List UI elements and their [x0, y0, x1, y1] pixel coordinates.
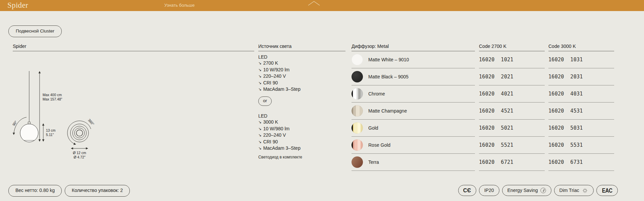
diameter-in-label: Ø 4.72": [73, 155, 86, 159]
spec-bullet-icon: ↘: [258, 140, 262, 144]
spec-bullet-icon: ↘: [258, 133, 262, 137]
code-cell: 16020 6731: [548, 154, 614, 171]
rotation-side-label: 90°: [11, 120, 18, 127]
dim-triac-label: Dim Triac: [559, 185, 579, 196]
diffuser-row: Matte Black – 9005: [352, 68, 475, 85]
swatch-matte-white: [352, 54, 363, 65]
spec-item: ↘10 W/980 lm: [258, 126, 345, 132]
spec-item: ↘10 W/920 lm: [258, 67, 345, 73]
swatch-chrome: [352, 88, 363, 99]
diffuser-name: Gold: [368, 125, 378, 131]
light-source-heading: Источник света: [258, 44, 291, 49]
diffuser-heading: Диффузор: Metal: [352, 44, 389, 49]
max-height-cm-label: Max 400 cm: [43, 93, 62, 97]
code-3000-heading: Code 3000 K: [548, 44, 576, 49]
code-cell: 16020 5521: [479, 137, 545, 154]
ce-badge: CЄ: [458, 185, 476, 196]
code-2700-table: 16020 1021 16020 2021 16020 4021 16020 4…: [479, 51, 545, 171]
spec-item: ↘CRI 90: [258, 139, 345, 145]
certification-badges: CЄ IP20 Energy Saving Dim Triac: [458, 185, 618, 196]
spec-bullet-icon: ↘: [258, 87, 262, 91]
code-cell: 16020 1021: [479, 51, 545, 68]
package-count-chip: Количество упаковок: 2: [65, 185, 130, 197]
code-cell: 16020 5021: [479, 120, 545, 137]
code-cell: 16020 5031: [548, 120, 614, 137]
spec-item: ↘MacAdam 3–Step: [258, 145, 345, 151]
code-cell: 16020 1031: [548, 51, 614, 68]
product-name-label: Spider: [13, 44, 26, 49]
energy-saving-badge: Energy Saving: [502, 185, 551, 196]
spec-bullet-icon: ↘: [258, 81, 262, 85]
code-cell: 16020 2021: [479, 68, 545, 85]
dimension-diagram: Max 400 cm Max 157.48" 13 cm 5.11" 90° 3…: [7, 67, 107, 168]
code-cell: 16020 6721: [479, 154, 545, 171]
header-bar: Spider Узнать больше: [0, 0, 644, 11]
light-source-column-rule: [258, 51, 345, 51]
code-cell: 16020 4531: [548, 103, 614, 120]
diffuser-name: Terra: [368, 159, 379, 165]
spec-item: ↘3000 K: [258, 119, 345, 125]
swatch-matte-black: [352, 71, 363, 82]
top-view-diagram: 360° Ø 12 cm Ø 4.72": [67, 118, 95, 159]
led-spec-2700: LED ↘2700 K ↘10 W/920 lm ↘220–240 V ↘CRI…: [258, 54, 345, 92]
spec-item: ↘220–240 V: [258, 73, 345, 79]
diffuser-row: Terra: [352, 154, 475, 171]
dimmer-icon: [582, 188, 588, 194]
learn-more-link[interactable]: Узнать больше: [146, 3, 213, 8]
code-2700-heading: Code 2700 K: [479, 44, 506, 49]
spec-item: ↘220–240 V: [258, 132, 345, 138]
diffuser-name: Matte White – 9010: [368, 57, 409, 62]
spec-item: ↘2700 K: [258, 60, 345, 66]
or-pill: or: [258, 96, 272, 106]
product-column-rule: [13, 51, 254, 51]
swatch-rose-gold: [352, 139, 363, 151]
code-cell: 16020 4021: [479, 85, 545, 103]
spec-item: ↘CRI 90: [258, 80, 345, 86]
spec-bullet-icon: ↘: [258, 146, 262, 150]
swatch-gold: [352, 122, 363, 134]
led-title: LED: [258, 113, 345, 119]
led-included-note: Светодиод в комплекте: [258, 155, 302, 159]
diffuser-name: Matte Champagne: [368, 108, 407, 114]
diffuser-name: Chrome: [368, 91, 385, 96]
code-3000-table: 16020 1031 16020 2031 16020 4031 16020 4…: [548, 51, 614, 171]
diffuser-name: Matte Black – 9005: [368, 74, 409, 79]
product-spec-page: Spider Узнать больше Подвесной Cluster S…: [0, 0, 644, 201]
diameter-cm-label: Ø 12 cm: [73, 151, 86, 155]
diffuser-row: Rose Gold: [352, 137, 475, 154]
swatch-terra: [352, 156, 363, 168]
diffuser-row: Matte White – 9010: [352, 51, 475, 68]
category-pill-pendant-cluster[interactable]: Подвесной Cluster: [8, 25, 62, 37]
spec-bullet-icon: ↘: [258, 61, 262, 65]
lamp-height-in-label: 5.11": [46, 133, 54, 137]
dim-triac-badge: Dim Triac: [554, 185, 594, 196]
chevron-up-icon[interactable]: [308, 0, 320, 6]
lamp-height-cm-label: 13 cm: [46, 128, 56, 132]
spec-bullet-icon: ↘: [258, 127, 262, 131]
side-view-diagram: Max 400 cm Max 157.48" 13 cm 5.11" 90°: [11, 71, 62, 142]
diffuser-name: Rose Gold: [368, 142, 390, 148]
diffuser-table: Matte White – 9010 Matte Black – 9005 Ch…: [352, 51, 475, 171]
swatch-matte-champagne: [352, 105, 363, 117]
ip20-badge: IP20: [479, 185, 499, 196]
max-height-in-label: Max 157.48": [43, 97, 62, 101]
led-spec-3000: LED ↘3000 K ↘10 W/980 lm ↘220–240 V ↘CRI…: [258, 113, 345, 151]
energy-saving-label: Energy Saving: [507, 185, 538, 196]
spec-bullet-icon: ↘: [258, 74, 262, 78]
diffuser-row: Gold: [352, 120, 475, 137]
diffuser-row: Matte Champagne: [352, 103, 475, 120]
spec-bullet-icon: ↘: [258, 120, 262, 124]
led-title: LED: [258, 54, 345, 60]
net-weight-chip: Вес нетто: 0.80 kg: [8, 185, 62, 197]
code-cell: 16020 2031: [548, 68, 614, 85]
code-cell: 16020 4521: [479, 103, 545, 120]
spec-item: ↘MacAdam 3–Step: [258, 86, 345, 92]
page-title: Spider: [7, 0, 28, 10]
diffuser-row: Chrome: [352, 85, 475, 103]
eac-badge: EAC: [596, 185, 618, 196]
leaf-icon: [540, 188, 546, 193]
spec-bullet-icon: ↘: [258, 68, 262, 72]
code-cell: 16020 4031: [548, 85, 614, 103]
code-cell: 16020 5531: [548, 137, 614, 154]
